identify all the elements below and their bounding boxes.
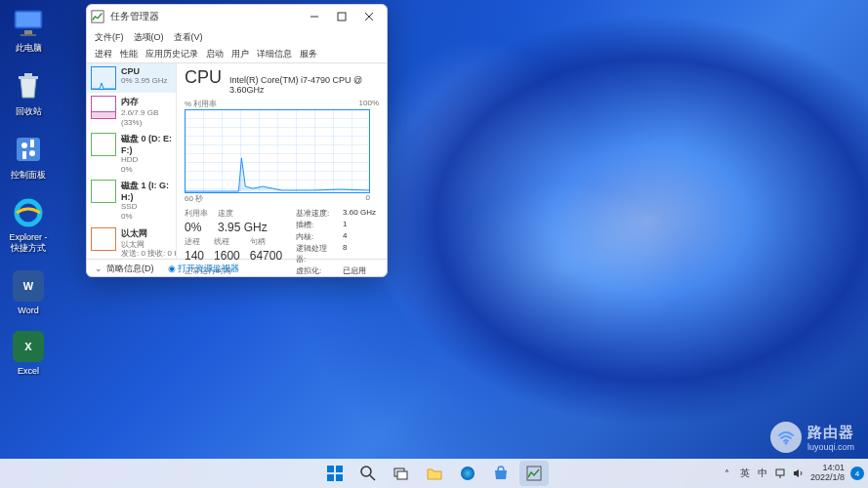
icon-label: Word — [18, 305, 38, 315]
cpu-graph[interactable] — [185, 109, 370, 193]
close-button[interactable] — [355, 6, 383, 27]
spec-value: 8 — [343, 243, 376, 264]
desktop-icon-ie[interactable]: Explorer - 快捷方式 — [5, 195, 52, 255]
icon-label: Explorer - 快捷方式 — [5, 232, 52, 255]
sidebar-cpu[interactable]: CPU0% 3.95 GHz — [87, 63, 176, 93]
svg-rect-25 — [397, 471, 407, 479]
start-button[interactable] — [320, 461, 350, 486]
svg-rect-1 — [17, 13, 40, 26]
tab-processes[interactable]: 进程 — [95, 48, 112, 61]
sub: 0% 3.95 GHz — [121, 76, 168, 86]
sub: 2.6/7.9 GB (33%) — [121, 108, 172, 127]
svg-rect-6 — [17, 138, 40, 161]
desktop-icon-control[interactable]: 控制面板 — [5, 132, 52, 182]
proc-value: 140 — [185, 249, 204, 263]
taskview-button[interactable] — [387, 461, 416, 486]
watermark-title: 路由器 — [807, 424, 854, 442]
icon-label: 控制面板 — [11, 169, 46, 182]
cpu-heading: CPU — [185, 67, 222, 88]
cpu-mini-graph — [91, 66, 116, 90]
network-icon[interactable] — [773, 467, 787, 480]
label: CPU — [121, 66, 168, 76]
tab-startup[interactable]: 启动 — [206, 48, 224, 61]
thread-value: 1600 — [214, 249, 240, 263]
spec-value: 3.60 GHz — [343, 208, 376, 219]
search-button[interactable] — [353, 461, 383, 486]
sidebar-disk0[interactable]: 磁盘 0 (D: E: F:)HDD 0% — [87, 130, 176, 177]
proc-label: 进程 — [185, 236, 204, 247]
sub: 以太网 发送: 0 接收: 0 Kbps — [121, 240, 177, 259]
window-title: 任务管理器 — [110, 10, 301, 23]
desktop-icon-computer[interactable]: 此电脑 — [5, 5, 52, 55]
spec-label: 逻辑处理器: — [296, 243, 337, 264]
desktop-icon-excel[interactable]: X Excel — [5, 329, 52, 376]
label: 内存 — [121, 96, 172, 108]
svg-rect-19 — [336, 466, 343, 472]
tab-history[interactable]: 应用历史记录 — [145, 48, 198, 61]
tab-performance[interactable]: 性能 — [120, 48, 138, 61]
svg-rect-2 — [24, 30, 32, 34]
svg-rect-20 — [327, 474, 334, 481]
store-button[interactable] — [486, 461, 516, 486]
ime-indicator2[interactable]: 中 — [756, 467, 769, 480]
menu-view[interactable]: 查看(V) — [174, 31, 203, 44]
ime-indicator[interactable]: 英 — [738, 467, 752, 480]
svg-rect-4 — [19, 76, 38, 79]
time-end: 0 — [366, 193, 370, 204]
svg-rect-27 — [527, 467, 541, 480]
tab-users[interactable]: 用户 — [231, 48, 249, 61]
notification-badge[interactable]: 4 — [850, 467, 864, 480]
tab-services[interactable]: 服务 — [300, 48, 317, 61]
util-label: % 利用率 — [185, 99, 217, 109]
spec-label: 虚拟化: — [296, 265, 337, 276]
icon-label: 此电脑 — [16, 42, 42, 55]
edge-button[interactable] — [453, 461, 482, 486]
util-label: 利用率 — [185, 208, 208, 219]
svg-point-22 — [361, 467, 371, 476]
svg-rect-12 — [92, 11, 103, 22]
disk0-mini-graph — [91, 133, 116, 156]
titlebar[interactable]: 任务管理器 — [87, 5, 387, 28]
date: 2022/1/8 — [810, 473, 845, 483]
menu-file[interactable]: 文件(F) — [95, 31, 124, 44]
spec-label: 内核: — [296, 231, 337, 242]
taskmgr-taskbar-button[interactable] — [519, 461, 549, 486]
maximize-button[interactable] — [328, 6, 355, 27]
svg-point-11 — [17, 201, 40, 224]
speed-label: 速度 — [218, 208, 268, 219]
svg-point-7 — [21, 142, 27, 148]
menu-options[interactable]: 选项(O) — [134, 31, 164, 44]
thread-label: 线程 — [214, 236, 240, 247]
sidebar-ethernet[interactable]: 以太网以太网 发送: 0 接收: 0 Kbps — [87, 224, 176, 259]
volume-icon[interactable] — [791, 467, 805, 480]
watermark-url: luyouqi.com — [807, 442, 854, 452]
cpu-description: Intel(R) Core(TM) i7-4790 CPU @ 3.60GHz — [229, 75, 379, 95]
sub: HDD 0% — [121, 155, 172, 174]
tab-details[interactable]: 详细信息 — [257, 48, 292, 61]
explorer-button[interactable] — [420, 461, 449, 486]
svg-rect-28 — [776, 469, 784, 475]
svg-rect-21 — [336, 474, 343, 481]
fewer-details-button[interactable]: ⌄简略信息(D) — [95, 263, 154, 275]
menubar: 文件(F) 选项(O) 查看(V) — [87, 28, 387, 46]
minimize-button[interactable] — [301, 6, 328, 27]
tabbar: 进程 性能 应用历史记录 启动 用户 详细信息 服务 — [87, 46, 387, 63]
cpu-specs: 基准速度:3.60 GHz 插槽:1 内核:4 逻辑处理器:8 虚拟化:已启用 … — [296, 208, 376, 277]
desktop-icon-recycle[interactable]: 回收站 — [5, 68, 52, 118]
clock[interactable]: 14:01 2022/1/8 — [810, 464, 845, 483]
spec-label: 基准速度: — [296, 208, 337, 219]
icon-label: Excel — [18, 366, 39, 376]
spec-label: 插槽: — [296, 220, 337, 230]
sidebar-disk1[interactable]: 磁盘 1 (I: G: H:)SSD 0% — [87, 177, 176, 224]
performance-main: CPU Intel(R) Core(TM) i7-4790 CPU @ 3.60… — [177, 63, 387, 259]
open-resmon-link[interactable]: ◉ 打开资源监视器 — [168, 263, 240, 275]
tray-chevron-icon[interactable]: ˄ — [721, 467, 734, 480]
disk1-mini-graph — [91, 180, 116, 203]
label: 以太网 — [121, 227, 177, 240]
sidebar-memory[interactable]: 内存2.6/7.9 GB (33%) — [87, 93, 176, 130]
handle-label: 句柄 — [250, 236, 282, 247]
svg-rect-9 — [22, 151, 26, 159]
taskbar: ˄ 英 中 14:01 2022/1/8 4 — [0, 459, 868, 488]
spec-value: 1 — [343, 220, 376, 230]
desktop-icon-word[interactable]: W Word — [5, 268, 52, 315]
